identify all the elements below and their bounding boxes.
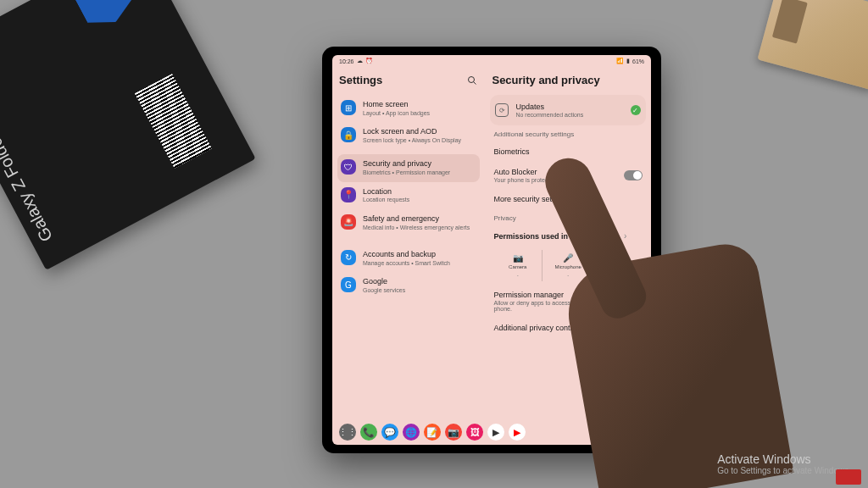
cloud-icon: ☁ bbox=[357, 58, 363, 64]
status-bar: 10:26 ☁ ⏰ 📶 ▮ 61% bbox=[332, 55, 651, 67]
google-icon: G bbox=[341, 277, 356, 292]
item-title: Security and privacy bbox=[363, 159, 476, 169]
recents-button[interactable]: ||| bbox=[601, 427, 609, 437]
item-title: Lock screen and AOD bbox=[363, 127, 476, 136]
item-subtitle: Biometrics • Permission manager bbox=[363, 169, 476, 176]
svg-line-1 bbox=[474, 81, 476, 84]
perm-camera[interactable]: 📷 Camera - bbox=[493, 250, 542, 281]
search-icon bbox=[467, 75, 477, 86]
battery-text: 61% bbox=[632, 58, 644, 64]
security-pane: Security and privacy ⟳ Updates No recomm… bbox=[485, 67, 651, 419]
camera-app-icon[interactable]: 📷 bbox=[445, 424, 462, 441]
lock-icon: 🔒 bbox=[341, 127, 356, 142]
shield-icon: 🛡 bbox=[341, 159, 356, 175]
tablet-screen: 10:26 ☁ ⏰ 📶 ▮ 61% Settings bbox=[332, 55, 651, 445]
item-title: Google bbox=[363, 277, 476, 286]
watermark-title: Activate Windows bbox=[717, 452, 851, 466]
settings-pane: Settings ⊞ Home screen Layout • App icon… bbox=[332, 67, 485, 419]
permissions-grid: 📷 Camera - 🎤 Microphone - 📍 Location G bbox=[490, 247, 646, 285]
youtube-icon[interactable]: ▶ bbox=[509, 424, 526, 441]
updates-icon: ⟳ bbox=[495, 103, 509, 117]
home-button[interactable]: ○ bbox=[622, 427, 628, 437]
channel-badge bbox=[836, 469, 861, 485]
item-subtitle: Layout • App icon badges bbox=[363, 110, 476, 117]
settings-title: Settings bbox=[339, 74, 382, 86]
location-pin-icon: 📍 bbox=[596, 253, 641, 263]
tablet-device: 10:26 ☁ ⏰ 📶 ▮ 61% Settings bbox=[322, 47, 661, 453]
perm-microphone[interactable]: 🎤 Microphone - bbox=[544, 250, 593, 281]
settings-item-google[interactable]: G Google Google services bbox=[337, 272, 480, 299]
perm-location[interactable]: 📍 Location G bbox=[594, 250, 643, 281]
settings-item-security[interactable]: 🛡 Security and privacy Biometrics • Perm… bbox=[337, 154, 480, 181]
signal-icon: ▮ bbox=[626, 58, 630, 64]
app-drawer-icon[interactable]: ⋮⋮ bbox=[339, 424, 356, 441]
wifi-icon: 📶 bbox=[616, 58, 624, 64]
home-icon: ⊞ bbox=[341, 100, 356, 115]
section-additional-security: Additional security settings bbox=[490, 125, 646, 141]
microphone-icon: 🎤 bbox=[546, 253, 591, 263]
item-subtitle: Medical info • Wireless emergency alerts bbox=[363, 225, 476, 231]
permission-manager-item[interactable]: Permission manager Allow or deny apps to… bbox=[490, 285, 646, 318]
samsung-badge bbox=[70, 0, 138, 34]
settings-item-lock-screen[interactable]: 🔒 Lock screen and AOD Screen lock type •… bbox=[337, 122, 480, 149]
chevron-right-icon: › bbox=[624, 231, 626, 241]
settings-item-accounts[interactable]: ↻ Accounts and backup Manage accounts • … bbox=[337, 245, 480, 272]
split-content: Settings ⊞ Home screen Layout • App icon… bbox=[332, 67, 651, 419]
location-icon: 📍 bbox=[341, 187, 356, 202]
perm-mgr-title: Permission manager bbox=[493, 291, 643, 299]
browser-app-icon[interactable]: 🌐 bbox=[403, 424, 420, 441]
check-icon: ✓ bbox=[631, 105, 641, 115]
gallery-app-icon[interactable]: 🖼 bbox=[466, 424, 483, 441]
notes-app-icon[interactable]: 📝 bbox=[424, 424, 441, 441]
navigation-bar: ⋮⋮ 📞 💬 🌐 📝 📷 🖼 ▶ ▶ ||| ○ ‹ bbox=[332, 419, 651, 445]
permissions-24h-item[interactable]: Permissions used in last 24 hours › bbox=[490, 225, 646, 247]
perm-mgr-subtitle: Allow or deny apps to access features or… bbox=[493, 300, 643, 312]
alarm-icon: ⏰ bbox=[365, 58, 373, 64]
windows-watermark: Activate Windows Go to Settings to activ… bbox=[717, 452, 851, 475]
barcode bbox=[135, 74, 212, 169]
auto-blocker-toggle[interactable] bbox=[624, 170, 643, 180]
auto-blocker-title: Auto Blocker bbox=[493, 168, 617, 176]
auto-blocker-item[interactable]: Auto Blocker Your phone is protected. bbox=[490, 162, 646, 189]
settings-item-location[interactable]: 📍 Location Location requests bbox=[337, 182, 480, 209]
item-title: Accounts and backup bbox=[363, 250, 476, 259]
settings-item-safety[interactable]: 🚨 Safety and emergency Medical info • Wi… bbox=[337, 209, 480, 236]
updates-subtitle: No recommended actions bbox=[515, 112, 624, 118]
item-subtitle: Google services bbox=[363, 287, 476, 294]
additional-privacy-item[interactable]: Additional privacy controls bbox=[490, 318, 646, 338]
item-title: Safety and emergency bbox=[363, 214, 476, 224]
search-button[interactable] bbox=[466, 75, 478, 86]
accounts-icon: ↻ bbox=[341, 250, 356, 265]
item-title: Location bbox=[363, 187, 476, 197]
watermark-subtitle: Go to Settings to activate Windows. bbox=[717, 466, 851, 475]
section-privacy: Privacy bbox=[490, 209, 646, 225]
phone-app-icon[interactable]: 📞 bbox=[360, 424, 377, 441]
emergency-icon: 🚨 bbox=[341, 214, 356, 230]
updates-title: Updates bbox=[515, 103, 624, 111]
more-security-item[interactable]: More security settings bbox=[490, 189, 646, 209]
auto-blocker-subtitle: Your phone is protected. bbox=[493, 177, 617, 183]
settings-item-home-screen[interactable]: ⊞ Home screen Layout • App icon badges bbox=[337, 95, 480, 122]
item-subtitle: Screen lock type • Always On Display bbox=[363, 137, 476, 144]
item-title: Home screen bbox=[363, 100, 476, 109]
svg-point-0 bbox=[469, 76, 475, 82]
messages-app-icon[interactable]: 💬 bbox=[381, 424, 398, 441]
play-store-icon[interactable]: ▶ bbox=[487, 424, 504, 441]
item-subtitle: Location requests bbox=[363, 197, 476, 203]
updates-card[interactable]: ⟳ Updates No recommended actions ✓ bbox=[490, 95, 646, 125]
security-title: Security and privacy bbox=[492, 74, 599, 86]
status-time: 10:26 bbox=[339, 58, 354, 64]
biometrics-item[interactable]: Biometrics bbox=[490, 141, 646, 162]
back-button[interactable]: ‹ bbox=[641, 427, 644, 437]
item-subtitle: Manage accounts • Smart Switch bbox=[363, 260, 476, 267]
camera-icon: 📷 bbox=[495, 253, 540, 263]
